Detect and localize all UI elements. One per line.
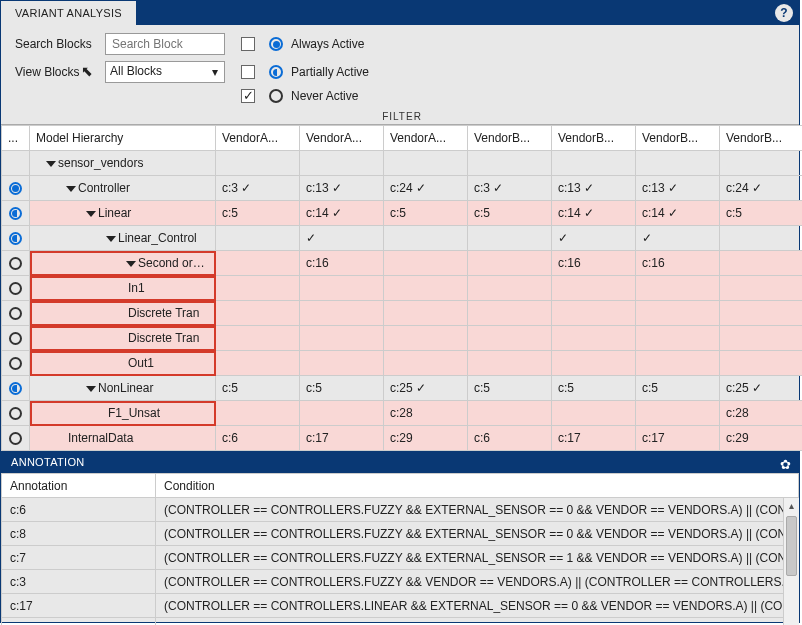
cell-r7-c5[interactable] bbox=[636, 326, 720, 351]
cell-r3-c2[interactable] bbox=[384, 226, 468, 251]
cell-r7-c2[interactable] bbox=[384, 326, 468, 351]
hierarchy-cell[interactable]: Discrete Tran bbox=[30, 326, 216, 351]
cell-r6-c5[interactable] bbox=[636, 301, 720, 326]
cell-r4-c5[interactable]: c:16 bbox=[636, 251, 720, 276]
cell-r3-c3[interactable] bbox=[468, 226, 552, 251]
scroll-up-icon[interactable]: ▴ bbox=[784, 498, 799, 514]
anno-cond-0[interactable]: (CONTROLLER == CONTROLLERS.FUZZY && EXTE… bbox=[156, 498, 799, 522]
cell-r10-c3[interactable] bbox=[468, 401, 552, 426]
cell-r8-c4[interactable] bbox=[552, 351, 636, 376]
cell-r3-c0[interactable] bbox=[216, 226, 300, 251]
cell-r3-c1[interactable]: ✓ bbox=[300, 226, 384, 251]
cell-r6-c0[interactable] bbox=[216, 301, 300, 326]
cell-r7-c4[interactable] bbox=[552, 326, 636, 351]
twistie-icon[interactable] bbox=[126, 261, 136, 267]
cell-r9-c1[interactable]: c:5 bbox=[300, 376, 384, 401]
col-annotation[interactable]: Annotation bbox=[2, 474, 156, 498]
hierarchy-cell[interactable]: Second order bbox=[30, 251, 216, 276]
twistie-icon[interactable] bbox=[106, 236, 116, 242]
cell-r2-c2[interactable]: c:5 bbox=[384, 201, 468, 226]
cell-r4-c4[interactable]: c:16 bbox=[552, 251, 636, 276]
anno-key-5[interactable]: c:19 bbox=[2, 618, 156, 626]
cell-r11-c2[interactable]: c:29 bbox=[384, 426, 468, 451]
cell-r6-c6[interactable] bbox=[720, 301, 803, 326]
scroll-thumb[interactable] bbox=[786, 516, 797, 576]
partial-checkbox[interactable] bbox=[241, 65, 255, 79]
hierarchy-cell[interactable]: InternalData bbox=[30, 426, 216, 451]
cell-r0-c1[interactable] bbox=[300, 151, 384, 176]
cell-r0-c4[interactable] bbox=[552, 151, 636, 176]
cell-r4-c6[interactable] bbox=[720, 251, 803, 276]
cell-r11-c5[interactable]: c:17 bbox=[636, 426, 720, 451]
col-vendor-1[interactable]: VendorA... bbox=[300, 126, 384, 151]
cell-r5-c0[interactable] bbox=[216, 276, 300, 301]
cell-r9-c6[interactable]: c:25 ✓ bbox=[720, 376, 803, 401]
cell-r6-c1[interactable] bbox=[300, 301, 384, 326]
twistie-icon[interactable] bbox=[66, 186, 76, 192]
cell-r2-c1[interactable]: c:14 ✓ bbox=[300, 201, 384, 226]
anno-cond-2[interactable]: (CONTROLLER == CONTROLLERS.FUZZY && EXTE… bbox=[156, 546, 799, 570]
annotation-bar[interactable]: ANNOTATION ✿ bbox=[1, 451, 799, 473]
cell-r4-c0[interactable] bbox=[216, 251, 300, 276]
cell-r1-c3[interactable]: c:3 ✓ bbox=[468, 176, 552, 201]
cell-r6-c4[interactable] bbox=[552, 301, 636, 326]
hierarchy-cell[interactable]: Discrete Tran bbox=[30, 301, 216, 326]
never-checkbox[interactable] bbox=[241, 89, 255, 103]
cell-r9-c4[interactable]: c:5 bbox=[552, 376, 636, 401]
cell-r7-c1[interactable] bbox=[300, 326, 384, 351]
cell-r8-c1[interactable] bbox=[300, 351, 384, 376]
cell-r5-c2[interactable] bbox=[384, 276, 468, 301]
cell-r8-c0[interactable] bbox=[216, 351, 300, 376]
cell-r10-c5[interactable] bbox=[636, 401, 720, 426]
cell-r7-c6[interactable] bbox=[720, 326, 803, 351]
hierarchy-cell[interactable]: sensor_vendors bbox=[30, 151, 216, 176]
cell-r10-c1[interactable] bbox=[300, 401, 384, 426]
cell-r0-c6[interactable] bbox=[720, 151, 803, 176]
cell-r1-c6[interactable]: c:24 ✓ bbox=[720, 176, 803, 201]
hierarchy-cell[interactable]: NonLinear bbox=[30, 376, 216, 401]
cell-r6-c3[interactable] bbox=[468, 301, 552, 326]
cell-r4-c3[interactable] bbox=[468, 251, 552, 276]
anno-key-2[interactable]: c:7 bbox=[2, 546, 156, 570]
cell-r0-c0[interactable] bbox=[216, 151, 300, 176]
cell-r7-c0[interactable] bbox=[216, 326, 300, 351]
cell-r2-c3[interactable]: c:5 bbox=[468, 201, 552, 226]
view-select[interactable]: All Blocks bbox=[105, 61, 225, 83]
cell-r10-c4[interactable] bbox=[552, 401, 636, 426]
anno-key-3[interactable]: c:3 bbox=[2, 570, 156, 594]
twistie-icon[interactable] bbox=[46, 161, 56, 167]
cell-r9-c2[interactable]: c:25 ✓ bbox=[384, 376, 468, 401]
cell-r10-c2[interactable]: c:28 bbox=[384, 401, 468, 426]
cell-r8-c2[interactable] bbox=[384, 351, 468, 376]
cell-r1-c0[interactable]: c:3 ✓ bbox=[216, 176, 300, 201]
col-vendor-3[interactable]: VendorB... bbox=[468, 126, 552, 151]
cell-r8-c5[interactable] bbox=[636, 351, 720, 376]
col-vendor-0[interactable]: VendorA... bbox=[216, 126, 300, 151]
col-vendor-5[interactable]: VendorB... bbox=[636, 126, 720, 151]
cell-r0-c5[interactable] bbox=[636, 151, 720, 176]
cell-r9-c3[interactable]: c:5 bbox=[468, 376, 552, 401]
cell-r3-c6[interactable] bbox=[720, 226, 803, 251]
cell-r10-c0[interactable] bbox=[216, 401, 300, 426]
cell-r5-c4[interactable] bbox=[552, 276, 636, 301]
cell-r0-c2[interactable] bbox=[384, 151, 468, 176]
cell-r2-c6[interactable]: c:5 bbox=[720, 201, 803, 226]
cell-r5-c5[interactable] bbox=[636, 276, 720, 301]
tab-variant-analysis[interactable]: VARIANT ANALYSIS bbox=[1, 1, 136, 25]
cell-r8-c3[interactable] bbox=[468, 351, 552, 376]
anno-cond-4[interactable]: (CONTROLLER == CONTROLLERS.LINEAR && EXT… bbox=[156, 594, 799, 618]
cell-r0-c3[interactable] bbox=[468, 151, 552, 176]
hierarchy-cell[interactable]: Out1 bbox=[30, 351, 216, 376]
hierarchy-cell[interactable]: Controller bbox=[30, 176, 216, 201]
cell-r2-c0[interactable]: c:5 bbox=[216, 201, 300, 226]
cell-r1-c5[interactable]: c:13 ✓ bbox=[636, 176, 720, 201]
col-vendor-4[interactable]: VendorB... bbox=[552, 126, 636, 151]
col-condition[interactable]: Condition bbox=[156, 474, 799, 498]
cell-r3-c5[interactable]: ✓ bbox=[636, 226, 720, 251]
cell-r10-c6[interactable]: c:28 bbox=[720, 401, 803, 426]
col-vendor-6[interactable]: VendorB... bbox=[720, 126, 803, 151]
anno-cond-5[interactable]: (CONTROLLER == CONTROLLERS.LINEAR && EXT… bbox=[156, 618, 799, 626]
always-checkbox[interactable] bbox=[241, 37, 255, 51]
col-hierarchy[interactable]: Model Hierarchy bbox=[30, 126, 216, 151]
anno-key-4[interactable]: c:17 bbox=[2, 594, 156, 618]
